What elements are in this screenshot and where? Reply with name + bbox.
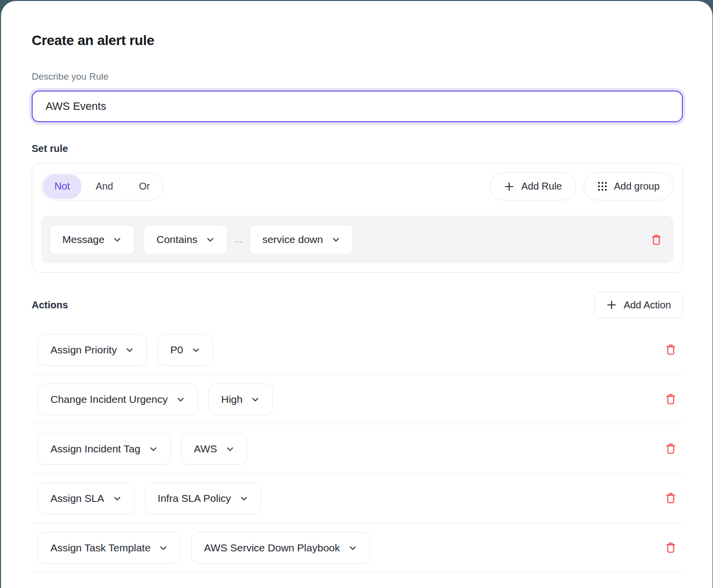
action-row: Assign SLA Infra SLA Policy [32,474,683,523]
chevron-down-icon [125,345,134,354]
condition-operator-dropdown[interactable]: Contains [143,225,228,254]
operator-not[interactable]: Not [43,174,82,199]
chevron-down-icon [206,235,215,244]
delete-action-button[interactable] [665,492,677,504]
operator-and[interactable]: And [83,174,126,199]
delete-action-button[interactable] [665,393,677,405]
action-row: Assign Task Template AWS Service Down Pl… [32,523,683,573]
action-type-dropdown[interactable]: Assign Task Template [38,532,181,564]
action-type-value: Change Incident Urgency [50,393,168,405]
page-title: Create an alert rule [32,33,682,49]
trash-icon [665,492,677,504]
chevron-down-icon [113,494,122,503]
action-value-dropdown[interactable]: P0 [157,334,213,366]
action-row: Assign Incident Tag AWS [32,424,683,474]
operator-or[interactable]: Or [126,174,163,199]
action-type-dropdown[interactable]: Change Incident Urgency [38,384,198,415]
action-type-dropdown[interactable]: Assign Incident Tag [38,433,171,465]
trash-icon [665,343,677,356]
action-type-value: Assign SLA [50,492,104,504]
action-value-dropdown[interactable]: Infra SLA Policy [145,483,261,514]
action-type-dropdown[interactable]: Assign Priority [38,334,147,366]
action-value-dropdown[interactable]: AWS [181,433,247,465]
action-row: Change Incident Urgency High [32,375,683,424]
trash-icon [665,393,677,405]
condition-operator-value: Contains [156,234,197,245]
condition-value-dropdown[interactable]: service down [249,225,353,254]
trash-icon [665,541,677,554]
rule-builder: Not And Or Add Rule Add group Message [32,163,683,273]
add-action-button[interactable]: Add Action [594,292,683,318]
chevron-down-icon [113,235,122,244]
trash-icon [665,442,677,455]
action-value-text: AWS Service Down Playbook [204,542,340,554]
chevron-down-icon [251,395,260,404]
action-value-text: Infra SLA Policy [158,492,231,504]
action-type-value: Assign Incident Tag [50,443,141,455]
chevron-down-icon [332,235,340,244]
action-row: Assign Priority P0 [32,325,683,375]
delete-action-button[interactable] [665,541,677,554]
action-value-dropdown[interactable]: High [208,384,273,415]
chevron-down-icon [348,543,357,552]
rule-name-label: Describe you Rule [32,71,682,82]
create-alert-rule-panel: Create an alert rule Describe you Rule S… [1,1,713,588]
rule-name-input[interactable] [32,91,683,122]
actions-heading: Actions [32,299,68,311]
chevron-down-icon [149,444,158,453]
condition-value-text: service down [262,234,323,245]
add-action-label: Add Action [623,299,671,311]
action-value-text: High [221,393,242,405]
rule-condition-row: Message Contains ... service down [41,216,673,263]
operator-toggle-group: Not And Or [41,173,163,200]
chevron-down-icon [176,395,185,404]
condition-field-value: Message [62,234,104,245]
condition-separator: ... [234,235,243,245]
chevron-down-icon [159,543,168,552]
action-type-dropdown[interactable]: Assign SLA [38,483,135,514]
chevron-down-icon [191,345,200,354]
set-rule-heading: Set rule [32,143,682,154]
add-rule-button[interactable]: Add Rule [490,172,575,200]
chevron-down-icon [239,494,248,503]
action-value-dropdown[interactable]: AWS Service Down Playbook [191,532,370,564]
trash-icon [650,234,663,246]
action-value-text: P0 [170,344,183,356]
delete-rule-button[interactable] [650,234,663,246]
condition-field-dropdown[interactable]: Message [49,225,135,254]
action-value-text: AWS [194,443,217,455]
action-type-value: Assign Task Template [50,542,150,554]
plus-icon [504,181,515,192]
add-group-button[interactable]: Add group [583,172,673,200]
chevron-down-icon [226,444,235,453]
action-type-value: Assign Priority [50,344,117,356]
grid-icon [597,181,608,192]
plus-icon [606,299,617,310]
delete-action-button[interactable] [665,442,677,455]
add-group-label: Add group [614,181,660,192]
add-rule-label: Add Rule [521,181,562,192]
actions-list: Assign Priority P0 Change Incident Urgen… [32,325,683,573]
delete-action-button[interactable] [665,343,677,356]
